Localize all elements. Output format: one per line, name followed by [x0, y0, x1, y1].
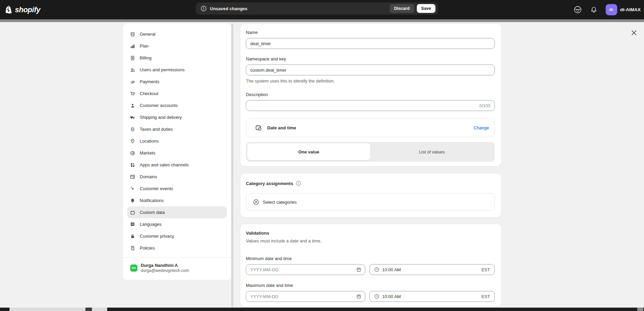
sidebar-item-label: Billing	[140, 55, 152, 60]
top-right-cluster: dt- dt-AIMAX	[573, 0, 641, 19]
plus-circle-icon	[253, 199, 259, 205]
minimum-time-input[interactable]: 10:00 AM EST	[369, 264, 495, 275]
one-value-tab[interactable]: One value	[247, 143, 370, 160]
name-input[interactable]	[246, 38, 495, 49]
content-type-label: Date and time	[267, 125, 296, 130]
clock-icon	[374, 267, 379, 272]
account-name-label: dt-AIMAX	[620, 7, 641, 12]
bell-icon	[130, 198, 135, 203]
list-of-values-tab[interactable]: List of values	[370, 143, 493, 160]
user-avatar: DA	[130, 264, 137, 272]
sidebar-item-label: Policies	[140, 245, 155, 251]
minimum-date-input[interactable]	[246, 264, 365, 275]
close-button[interactable]	[628, 27, 639, 38]
maximum-timezone-label: EST	[482, 294, 490, 299]
person-icon	[130, 103, 135, 108]
taskbar-notch	[85, 308, 92, 311]
notifications-bell-icon[interactable]	[590, 6, 598, 14]
shopify-logo[interactable]: shopify	[5, 0, 40, 19]
sidebar-divider	[123, 257, 231, 258]
maximum-date-label: Maximum date and time	[246, 283, 495, 288]
select-categories-button[interactable]: Select categories	[246, 193, 495, 211]
description-input[interactable]	[246, 100, 495, 111]
map-pin-icon	[130, 139, 135, 144]
sidebar-item-markets[interactable]: Markets	[127, 147, 227, 159]
name-label: Name	[246, 30, 495, 35]
user-avatar-initials: DA	[132, 266, 136, 270]
sidebar-item-payments[interactable]: Payments	[127, 76, 227, 88]
account-menu[interactable]: dt- dt-AIMAX	[606, 4, 641, 15]
sidebar-item-plan[interactable]: Plan	[127, 40, 227, 52]
language-icon	[130, 222, 135, 227]
sidebar-item-taxes-duties[interactable]: Taxes and duties	[127, 123, 227, 135]
payments-hand-icon	[130, 79, 135, 85]
validations-title: Validations	[246, 231, 495, 236]
minimum-time-value: 10:00 AM	[382, 267, 401, 272]
sidebar-scrollbar[interactable]	[231, 23, 233, 307]
namespace-input[interactable]	[246, 65, 495, 75]
info-icon[interactable]	[296, 181, 301, 186]
sidebar-item-customer-privacy[interactable]: Customer privacy	[127, 230, 227, 242]
unsaved-changes-bar: Unsaved changes Discard Save	[196, 2, 438, 15]
sidebar-item-locations[interactable]: Locations	[127, 135, 227, 147]
sidebar-item-general[interactable]: General	[127, 28, 227, 40]
lock-icon	[130, 234, 135, 239]
os-taskbar[interactable]	[0, 308, 644, 311]
maximum-time-value: 10:00 AM	[382, 294, 401, 299]
custom-data-icon	[130, 210, 135, 215]
sidebar-item-notifications[interactable]: Notifications	[127, 195, 227, 206]
select-categories-label: Select categories	[263, 200, 297, 205]
sidebar-item-label: Domains	[140, 174, 157, 179]
cart-icon	[130, 91, 135, 96]
content-type-row: Date and time Change	[246, 118, 495, 137]
sidebar-item-customer-events[interactable]: Customer events	[127, 183, 227, 195]
users-icon	[130, 67, 135, 73]
minimum-datetime-row: 10:00 AM EST	[246, 264, 495, 275]
alert-info-icon	[200, 5, 207, 12]
category-assignments-title: Category assignments	[246, 181, 293, 186]
policy-doc-icon	[130, 245, 135, 251]
sidebar-item-label: Customer accounts	[140, 103, 178, 108]
sidebar-item-label: Custom data	[140, 210, 165, 215]
sidebar-item-users-permissions[interactable]: Users and permissions	[127, 64, 227, 76]
sidebar-item-billing[interactable]: Billing	[127, 52, 227, 64]
maximum-time-input[interactable]: 10:00 AM EST	[369, 291, 495, 302]
taskbar-right-chip	[637, 308, 643, 311]
sidebar-user-card[interactable]: DA Durga Nandhini A durga@wedesigntech.c…	[123, 261, 231, 273]
save-button[interactable]: Save	[417, 4, 435, 13]
sidebar-item-policies[interactable]: Policies	[127, 242, 227, 254]
sidebar-item-label: Markets	[140, 150, 155, 156]
sidebar-item-label: Apps and sales channels	[140, 162, 189, 167]
settings-screen: shopify Unsaved changes Discard Save	[0, 0, 644, 311]
sidebar-item-customer-accounts[interactable]: Customer accounts	[127, 99, 227, 111]
maximum-date-input[interactable]	[246, 291, 365, 302]
taskbar-light-segment	[9, 308, 107, 311]
sidebar-item-label: Shipping and delivery	[140, 115, 182, 120]
account-avatar: dt-	[606, 4, 617, 15]
sidebar-item-label: Customer events	[140, 186, 173, 191]
cursor-spark-icon	[130, 186, 135, 191]
sidebar-item-label: Languages	[140, 222, 161, 227]
billing-receipt-icon	[130, 55, 135, 61]
sidebar-item-domains[interactable]: Domains	[127, 171, 227, 183]
shopify-wordmark: shopify	[15, 5, 40, 14]
sidebar-item-label: Taxes and duties	[140, 127, 173, 132]
sidebar-item-custom-data[interactable]: Custom data	[127, 206, 227, 218]
close-icon	[631, 30, 637, 35]
sidekick-assistant-icon[interactable]	[573, 5, 582, 14]
shopify-bag-icon	[5, 5, 13, 14]
discard-button[interactable]: Discard	[390, 4, 414, 13]
definition-card: Name Namespace and key The system uses t…	[240, 23, 502, 166]
sidebar-item-languages[interactable]: Languages	[127, 218, 227, 230]
apps-grid-icon	[130, 162, 135, 168]
plan-chart-icon	[130, 43, 135, 49]
maximum-datetime-row: 10:00 AM EST	[246, 291, 495, 302]
horizontal-scrollbar[interactable]	[0, 19, 644, 22]
sidebar-item-shipping-delivery[interactable]: Shipping and delivery	[127, 111, 227, 123]
sidebar-item-label: Payments	[140, 79, 159, 84]
sidebar-item-apps-sales-channels[interactable]: Apps and sales channels	[127, 159, 227, 171]
change-type-link[interactable]: Change	[473, 125, 489, 130]
description-label: Description	[246, 92, 495, 97]
clock-icon	[374, 294, 379, 299]
sidebar-item-checkout[interactable]: Checkout	[127, 88, 227, 99]
